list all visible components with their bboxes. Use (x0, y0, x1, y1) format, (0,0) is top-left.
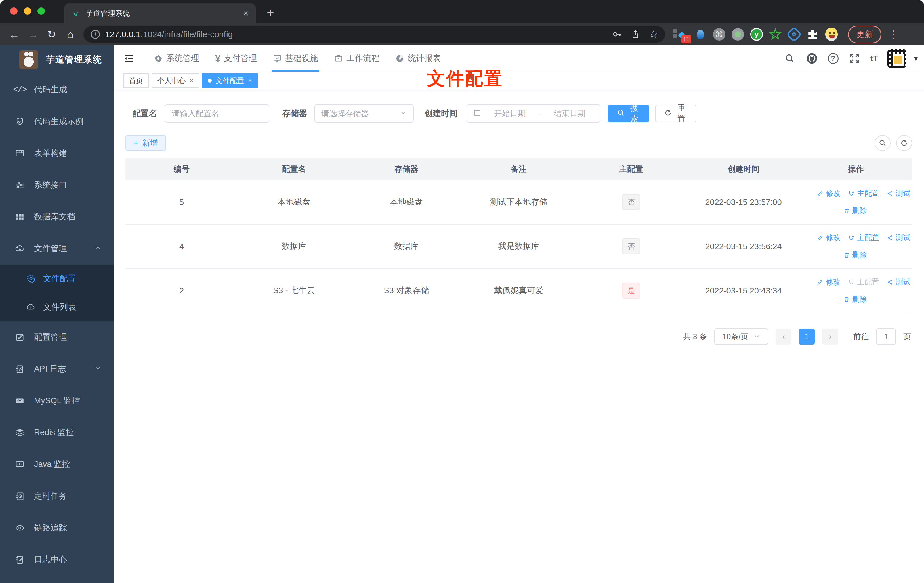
tab-close-icon[interactable]: × (243, 9, 249, 18)
sidebar-item-config-management[interactable]: 配置管理 (0, 321, 114, 353)
master-config-button[interactable]: 主配置 (848, 233, 879, 243)
reset-button[interactable]: 重置 (655, 105, 696, 122)
sidebar-item-file-management[interactable]: 文件管理 (0, 233, 114, 264)
close-window-button[interactable] (10, 7, 18, 15)
search-form: 配置名 存储器 请选择存储器 创建时间 (125, 104, 912, 122)
test-button[interactable]: 测试 (886, 277, 911, 287)
sidebar-item-tracing[interactable]: 链路追踪 (0, 512, 114, 544)
sidebar-item-code-demo[interactable]: 代码生成示例 (0, 106, 114, 137)
tag-file-config[interactable]: 文件配置 × (202, 73, 258, 88)
edit-button[interactable]: 修改 (817, 188, 841, 198)
sidebar-item-file-list[interactable]: 文件列表 (0, 293, 114, 321)
chrome-menu-icon[interactable]: ⋮ (888, 28, 899, 41)
sidebar-item-mysql-monitor[interactable]: MySQL 监控 (0, 385, 114, 417)
refresh-table-button[interactable] (896, 135, 912, 151)
extension-diamond-icon[interactable]: ◆ 11 (675, 28, 688, 41)
nav-item-payment[interactable]: ¥ 支付管理 (207, 45, 265, 71)
sidebar-collapse-icon[interactable] (122, 52, 136, 65)
chrome-update-button[interactable]: 更新 (848, 26, 881, 43)
prev-page-button[interactable]: ‹ (776, 329, 792, 345)
date-range-picker[interactable]: 开始日期 - 结束日期 (467, 104, 601, 122)
bookmark-star-icon[interactable]: ☆ (649, 28, 658, 40)
cell-name: 本地磁盘 (238, 180, 350, 224)
extension-y-icon[interactable]: y (750, 28, 763, 41)
search-icon[interactable] (784, 52, 796, 65)
forward-button[interactable]: → (25, 26, 41, 42)
new-tab-button[interactable]: + (267, 6, 274, 20)
total-count: 共 3 条 (683, 332, 707, 342)
home-button[interactable]: ⌂ (63, 26, 78, 42)
cell-storage: S3 对象存储 (350, 269, 462, 313)
master-config-button[interactable]: 主配置 (848, 277, 879, 287)
next-page-button[interactable]: › (822, 329, 838, 345)
sidebar-item-form-builder[interactable]: 表单构建 (0, 137, 114, 169)
extensions-puzzle-icon[interactable] (807, 28, 819, 41)
extension-eye-icon[interactable] (788, 28, 800, 41)
back-button[interactable]: ← (6, 26, 22, 42)
add-button[interactable]: + 新增 (125, 135, 166, 151)
page-number-button[interactable]: 1 (799, 329, 815, 345)
extension-pin-icon[interactable] (694, 28, 706, 41)
sidebar-item-system-api[interactable]: 系统接口 (0, 169, 114, 201)
tag-close-icon[interactable]: × (248, 77, 252, 84)
storage-select[interactable]: 请选择存储器 (314, 104, 414, 122)
sidebar-item-redis-monitor[interactable]: Redis 监控 (0, 417, 114, 448)
sidebar-item-db-doc[interactable]: 数据库文档 (0, 201, 114, 233)
nav-label: 工作流程 (346, 53, 380, 64)
main-pane: 系统管理 ¥ 支付管理 基础设施 (114, 45, 924, 583)
sidebar-item-code-gen[interactable]: </> 代码生成 (0, 74, 114, 106)
start-date-placeholder[interactable]: 开始日期 (486, 108, 534, 119)
page-size-select[interactable]: 10条/页 (714, 329, 768, 345)
address-bar[interactable]: i 127.0.0.1:1024/infra/file/file-config … (83, 26, 665, 43)
extension-star-icon[interactable] (769, 28, 782, 41)
nav-item-workflow[interactable]: 工作流程 (326, 45, 387, 71)
master-tag: 否 (622, 194, 640, 210)
minimize-window-button[interactable] (24, 7, 31, 15)
github-icon[interactable] (806, 52, 818, 65)
toggle-search-button[interactable] (874, 135, 891, 151)
delete-button[interactable]: 删除 (843, 206, 867, 216)
site-info-icon[interactable]: i (91, 30, 100, 39)
url-text: 127.0.0.1:1024/infra/file/file-config (105, 30, 233, 39)
edit-button[interactable]: 修改 (817, 277, 841, 287)
password-key-icon[interactable] (612, 29, 622, 40)
goto-page-input[interactable] (876, 329, 896, 345)
sidebar: 芋道管理系统 </> 代码生成 代码生成示例 表单构建 (0, 45, 114, 583)
delete-button[interactable]: 删除 (843, 250, 867, 260)
help-icon[interactable]: ? (828, 53, 838, 64)
app-logo[interactable]: 芋道管理系统 (0, 45, 114, 74)
header-actions: ? tT ▾ (784, 49, 918, 68)
test-button[interactable]: 测试 (886, 188, 911, 198)
profile-avatar-icon[interactable] (825, 28, 838, 41)
tag-home[interactable]: 首页 (123, 73, 149, 88)
tag-profile[interactable]: 个人中心 × (152, 73, 199, 88)
sidebar-item-label: 代码生成 (34, 84, 67, 95)
font-size-icon[interactable]: tT (870, 54, 878, 63)
browser-tab[interactable]: 芋道管理系统 × (64, 3, 256, 23)
config-name-field[interactable] (165, 104, 269, 122)
cell-created: 2022-03-15 23:57:00 (687, 180, 800, 224)
master-config-button[interactable]: 主配置 (848, 188, 879, 198)
share-icon[interactable] (630, 29, 640, 40)
test-button[interactable]: 测试 (886, 233, 911, 243)
user-avatar[interactable] (888, 49, 906, 68)
caret-down-icon[interactable]: ▾ (914, 54, 918, 63)
sidebar-item-scheduled-tasks[interactable]: 定时任务 (0, 480, 114, 512)
zoom-window-button[interactable] (38, 7, 45, 15)
sidebar-item-java-monitor[interactable]: Java 监控 (0, 448, 114, 480)
extension-record-icon[interactable] (732, 28, 744, 41)
config-name-input[interactable] (172, 109, 262, 118)
reload-button[interactable]: ↻ (44, 26, 59, 42)
sidebar-item-log-center[interactable]: 日志中心 (0, 544, 114, 576)
nav-item-infrastructure[interactable]: 基础设施 (265, 45, 326, 71)
extension-command-icon[interactable]: ⌘ (713, 28, 725, 41)
end-date-placeholder[interactable]: 结束日期 (546, 108, 594, 119)
tag-close-icon[interactable]: × (190, 77, 193, 84)
edit-button[interactable]: 修改 (817, 233, 841, 243)
delete-button[interactable]: 删除 (843, 294, 867, 304)
search-button[interactable]: 搜索 (608, 105, 649, 122)
nav-item-system[interactable]: 系统管理 (146, 45, 207, 71)
sidebar-item-api-log[interactable]: API 日志 (0, 353, 114, 385)
fullscreen-icon[interactable] (848, 52, 861, 65)
sidebar-item-file-config[interactable]: 文件配置 (0, 264, 114, 293)
